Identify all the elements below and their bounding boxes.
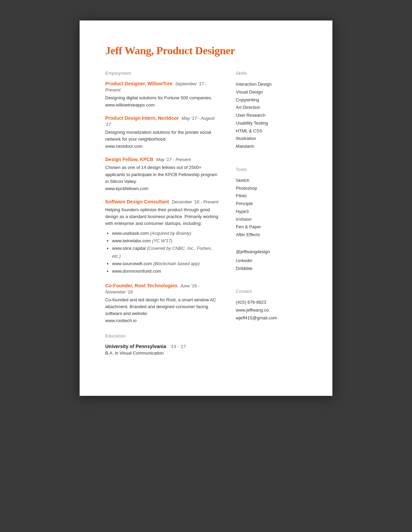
jobs-container: Product Designer, WillowTreeSeptember '1…: [105, 81, 219, 323]
resume-name: Jeff Wang, Product Designer: [105, 44, 307, 57]
resume-body: Employment Product Designer, WillowTreeS…: [105, 71, 307, 356]
university-degree: B.A. in Visual Communication: [105, 350, 219, 356]
job-url: www.nextdoor.com: [105, 144, 219, 149]
skill-item: Visual Design: [236, 88, 307, 96]
contact-item: (415) 676-8823: [236, 299, 307, 306]
skill-item: HTML & CSS: [236, 127, 307, 135]
left-column: Employment Product Designer, WillowTreeS…: [105, 71, 219, 356]
contact-list: (415) 676-8823www.jeffwang.cowjeff415@gm…: [236, 299, 307, 322]
job-title-line: Software Design ConsultantDecember '16 -…: [105, 199, 219, 205]
social-item: Dribbble: [236, 265, 307, 273]
resume-paper: Jeff Wang, Product Designer Employment P…: [80, 20, 332, 396]
skill-item: Copywriting: [236, 96, 307, 104]
job-title: Product Design Intern, Nextdoor: [105, 115, 179, 121]
job-title: Product Designer, WillowTree: [105, 81, 173, 86]
job-date: May '17 - Present: [156, 157, 191, 162]
contact-item: www.jeffwang.co: [236, 306, 307, 314]
list-item: www.twinelabs.com (YC W'17): [112, 237, 219, 245]
skill-item: Mandarin: [236, 143, 307, 150]
job-url-list: www.usebask.com (Acquired by Brainly)www…: [105, 230, 219, 275]
job-url: www.roottech.io: [105, 318, 219, 323]
employment-section-title: Employment: [105, 71, 219, 76]
university-block: University of Pennsylvania '13 - '17 B.A…: [105, 343, 219, 356]
education-section-title: Education: [105, 333, 219, 339]
job-description: Chosen as one of 14 design fellows out o…: [105, 164, 219, 185]
skill-item: User Research: [236, 112, 307, 119]
skill-item: Interaction Design: [236, 81, 307, 88]
skill-item: Usability Testing: [236, 119, 307, 127]
skills-section-title: Skills: [236, 71, 307, 76]
university-date: '13 - '17: [170, 344, 186, 349]
job-block: Design Fellow, KPCBMay '17 - PresentChos…: [105, 156, 219, 191]
list-item: www.slice.capital (Covered by CNBC, Inc.…: [112, 245, 219, 260]
tools-section-title: Tools: [236, 167, 307, 172]
job-title-line: Co-Founder, Root TechnologiesJune '16 - …: [105, 283, 219, 295]
social-handle: @jeffwangdesign: [236, 249, 307, 254]
job-block: Software Design ConsultantDecember '16 -…: [105, 199, 219, 275]
list-item: www.dormroomfund.com: [112, 268, 219, 275]
job-description: Designing monetization solutions for the…: [105, 129, 219, 143]
job-block: Product Designer, WillowTreeSeptember '1…: [105, 81, 219, 107]
social-list: LinkedinDribbble: [236, 257, 307, 273]
job-title: Co-Founder, Root Technologies: [105, 283, 177, 288]
social-item: Linkedin: [236, 257, 307, 265]
resume-header: Jeff Wang, Product Designer: [105, 44, 307, 57]
contact-item: wjeff415@gmail.com: [236, 314, 307, 322]
job-block: Product Design Intern, NextdoorMay '17 -…: [105, 115, 219, 149]
skills-list: Interaction DesignVisual DesignCopywriti…: [236, 81, 307, 150]
tool-item: Flinto: [236, 192, 307, 200]
job-title-line: Design Fellow, KPCBMay '17 - Present: [105, 156, 219, 162]
tool-item: Pen & Paper: [236, 223, 307, 231]
job-description: Helping founders optimize their product …: [105, 206, 219, 227]
job-url: www.willowtreeapps.com: [105, 102, 219, 107]
tool-item: Principle: [236, 200, 307, 208]
education-section: Education University of Pennsylvania '13…: [105, 333, 219, 356]
university-name: University of Pennsylvania: [105, 344, 166, 349]
tools-list: SketchPhotoshopFlintoPrincipleHype3InVis…: [236, 177, 307, 239]
right-column: Skills Interaction DesignVisual DesignCo…: [232, 71, 307, 356]
job-description: Co-founded and led design for Root, a sm…: [105, 297, 219, 317]
job-description: Designing digital solutions for Fortune …: [105, 95, 219, 101]
social-section: @jeffwangdesign LinkedinDribbble: [236, 249, 307, 273]
job-title: Software Design Consultant: [105, 199, 169, 204]
job-title-line: Product Designer, WillowTreeSeptember '1…: [105, 81, 219, 93]
job-url: www.kpcbfellows.com: [105, 186, 219, 191]
job-title-line: Product Design Intern, NextdoorMay '17 -…: [105, 115, 219, 127]
tool-item: After Effects: [236, 231, 307, 239]
list-item: www.usebask.com (Acquired by Brainly): [112, 230, 219, 237]
list-item: www.sourcewifi.com (Blockchain based app…: [112, 260, 219, 268]
skill-item: Illustration: [236, 135, 307, 143]
contact-section: Contact (415) 676-8823www.jeffwang.cowje…: [236, 289, 307, 322]
tool-item: Hype3: [236, 208, 307, 216]
tool-item: InVision: [236, 216, 307, 224]
job-block: Co-Founder, Root TechnologiesJune '16 - …: [105, 283, 219, 323]
tool-item: Photoshop: [236, 185, 307, 192]
skill-item: Art Direction: [236, 104, 307, 112]
job-date: December '16 - Present: [172, 199, 219, 204]
job-title: Design Fellow, KPCB: [105, 157, 153, 162]
tool-item: Sketch: [236, 177, 307, 185]
contact-section-title: Contact: [236, 289, 307, 294]
tools-section: Tools SketchPhotoshopFlintoPrincipleHype…: [236, 167, 307, 239]
